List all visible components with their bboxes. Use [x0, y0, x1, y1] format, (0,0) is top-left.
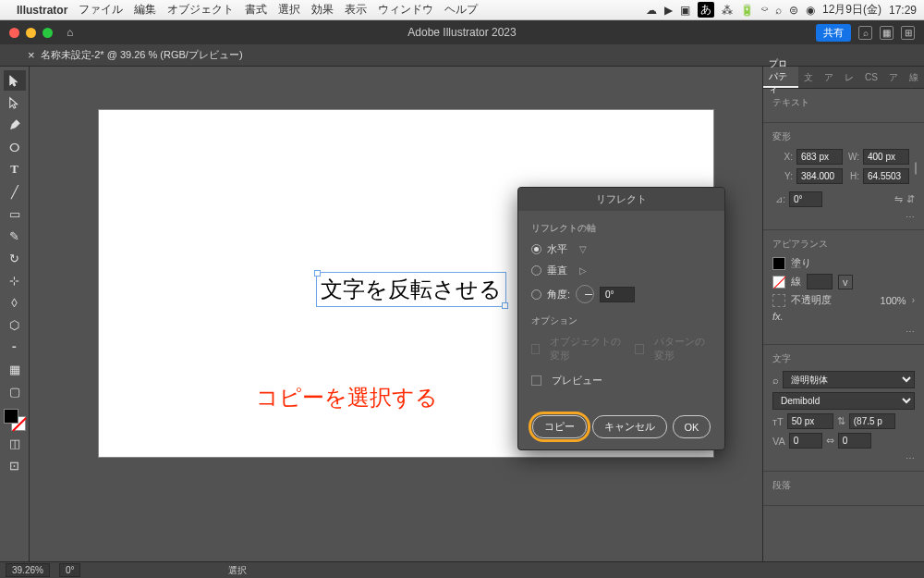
status-cloud-icon[interactable]: ☁ — [646, 4, 657, 17]
status-ime-icon[interactable]: あ — [698, 2, 714, 18]
menu-file[interactable]: ファイル — [79, 2, 123, 18]
home-icon[interactable]: ⌂ — [67, 26, 73, 39]
arrange-icon[interactable]: ▦ — [880, 26, 894, 40]
radio-angle[interactable] — [531, 289, 541, 300]
gradient-tool[interactable]: ▦ — [4, 359, 26, 379]
tab-doc[interactable]: 文 — [798, 67, 819, 88]
radio-horizontal-row[interactable]: 水平 ▽ — [531, 242, 711, 256]
h-input[interactable] — [863, 168, 909, 184]
menu-select[interactable]: 選択 — [278, 2, 300, 18]
status-wifi-icon[interactable]: ⌔ — [761, 4, 768, 17]
draw-mode-icon[interactable]: ◫ — [4, 433, 26, 453]
angle-dial[interactable] — [576, 285, 594, 303]
tab-art[interactable]: ア — [819, 67, 839, 88]
preview-row[interactable]: プレビュー — [531, 374, 711, 387]
x-input[interactable] — [796, 149, 843, 165]
y-input[interactable] — [796, 168, 843, 184]
tab-stroke[interactable]: 線 — [904, 67, 924, 88]
scale-tool[interactable]: ⊹ — [4, 270, 26, 290]
kerning-input[interactable] — [789, 433, 822, 449]
radio-horizontal[interactable] — [531, 244, 541, 254]
w-input[interactable] — [863, 149, 909, 165]
curvature-tool[interactable]: ⵔ — [4, 137, 26, 157]
line-tool[interactable]: ╱ — [4, 181, 26, 202]
reference-point-icon[interactable] — [772, 160, 774, 177]
rotation-field[interactable]: 0° — [59, 563, 81, 577]
pen-tool[interactable] — [4, 115, 26, 135]
search-icon[interactable]: ⌕ — [858, 26, 872, 40]
tab-a2[interactable]: ア — [883, 67, 904, 88]
maximize-window-button[interactable] — [43, 28, 53, 38]
screen-mode-icon[interactable]: ⊡ — [4, 455, 26, 475]
minimize-window-button[interactable] — [26, 28, 36, 38]
close-window-button[interactable] — [9, 28, 19, 38]
transform-more-icon[interactable]: ⋯ — [906, 212, 915, 222]
checkbox-preview[interactable] — [531, 375, 541, 386]
menu-type[interactable]: 書式 — [245, 2, 267, 18]
opacity-swatch-icon[interactable] — [772, 294, 785, 307]
status-play-icon[interactable]: ▶ — [664, 4, 673, 17]
status-spotlight-icon[interactable]: ⌕ — [775, 4, 782, 17]
tab-close-icon[interactable]: × — [28, 48, 35, 62]
font-family-select[interactable]: 游明朝体 — [783, 371, 915, 388]
app-name[interactable]: Illustrator — [17, 4, 67, 17]
font-style-select[interactable]: Demibold — [772, 392, 915, 410]
font-size-input[interactable] — [787, 413, 833, 429]
rotate-input[interactable] — [789, 191, 822, 207]
stroke-weight-input[interactable] — [807, 274, 833, 289]
ok-button[interactable]: OK — [673, 415, 711, 438]
radio-angle-row[interactable]: 角度: — [531, 285, 711, 303]
fill-stroke-swatches[interactable] — [4, 409, 26, 431]
menu-view[interactable]: 表示 — [345, 2, 367, 18]
canvas-text-object[interactable]: 文字を反転させる — [316, 272, 506, 307]
angle-input[interactable] — [600, 287, 635, 302]
fx-label[interactable]: fx. — [772, 311, 784, 322]
menu-object[interactable]: オブジェクト — [167, 2, 234, 18]
flip-v-icon[interactable]: ⇵ — [906, 193, 915, 205]
rotate-tool[interactable]: ↻ — [4, 248, 26, 268]
link-wh-icon[interactable] — [915, 162, 917, 175]
width-tool[interactable]: ◊ — [4, 292, 26, 313]
selection-tool[interactable] — [4, 70, 26, 91]
tracking-input[interactable] — [838, 433, 871, 449]
menu-help[interactable]: ヘルプ — [444, 2, 478, 18]
eyedropper-tool[interactable]: ⁃ — [4, 337, 26, 357]
zoom-field[interactable]: 39.26% — [6, 563, 50, 577]
status-siri-icon[interactable]: ◉ — [806, 4, 815, 17]
workspace-icon[interactable]: ⊞ — [901, 26, 915, 40]
rectangle-tool[interactable]: ▭ — [4, 203, 26, 224]
opacity-arrow-icon[interactable]: › — [912, 295, 915, 305]
stroke-color-swatch[interactable] — [772, 276, 785, 289]
share-button[interactable]: 共有 — [816, 24, 851, 42]
tab-layers[interactable]: レ — [839, 67, 859, 88]
flip-h-icon[interactable]: ⇋ — [894, 193, 903, 205]
cancel-button[interactable]: キャンセル — [592, 415, 667, 438]
type-tool[interactable]: T — [4, 159, 26, 179]
copy-button[interactable]: コピー — [532, 415, 587, 438]
appearance-more-icon[interactable]: ⋯ — [906, 326, 915, 337]
tab-properties[interactable]: プロパティ — [763, 67, 798, 88]
menu-edit[interactable]: 編集 — [134, 2, 156, 18]
menu-window[interactable]: ウィンドウ — [378, 2, 433, 18]
paintbrush-tool[interactable]: ✎ — [4, 226, 26, 246]
direct-selection-tool[interactable] — [4, 92, 26, 113]
fill-swatch[interactable] — [4, 409, 18, 424]
stroke-unit-dropdown[interactable]: v — [838, 275, 853, 289]
opacity-value[interactable]: 100% — [881, 295, 906, 306]
fill-color-swatch[interactable] — [772, 257, 785, 270]
status-control-center-icon[interactable]: ⊜ — [789, 4, 798, 17]
status-battery-icon[interactable]: 🔋 — [740, 4, 754, 17]
font-search-icon[interactable]: ⌕ — [772, 375, 779, 386]
status-box-icon[interactable]: ▣ — [680, 4, 690, 17]
radio-vertical[interactable] — [531, 265, 541, 276]
leading-input[interactable] — [849, 413, 895, 429]
status-time[interactable]: 17:29 — [889, 4, 917, 17]
character-more-icon[interactable]: ⋯ — [906, 453, 915, 463]
shape-builder-tool[interactable]: ⬡ — [4, 314, 26, 335]
status-bluetooth-icon[interactable]: ⁂ — [722, 4, 733, 17]
menu-effect[interactable]: 効果 — [311, 2, 334, 18]
status-date[interactable]: 12月9日(金) — [822, 2, 881, 18]
tab-cs[interactable]: CS — [859, 67, 883, 88]
radio-vertical-row[interactable]: 垂直 ▷ — [531, 264, 711, 277]
document-tab[interactable]: 名称未設定-2* @ 39.26 % (RGB/プレビュー) — [41, 48, 243, 62]
